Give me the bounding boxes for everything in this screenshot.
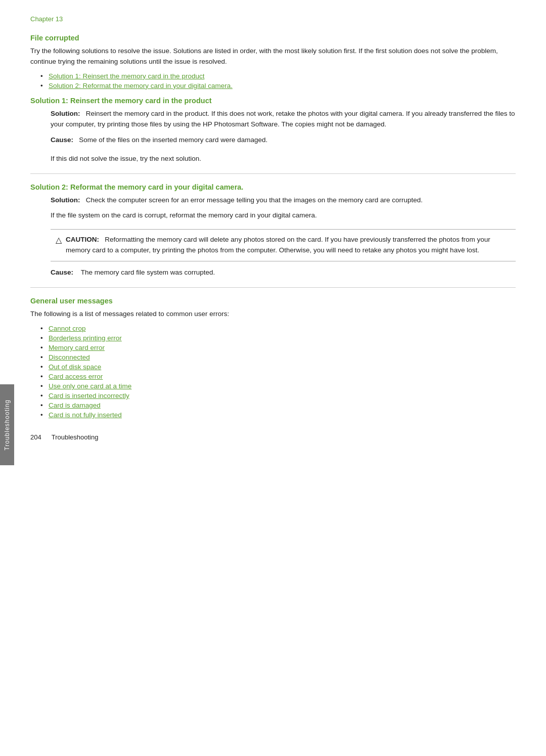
caution-text: CAUTION: Reformatting the memory card wi… (66, 235, 511, 256)
solution2-section: Solution 2: Reformat the memory card in … (30, 183, 516, 279)
solution2-text: Solution: Check the computer screen for … (51, 195, 516, 206)
caution-detail: Reformatting the memory card will delete… (66, 236, 490, 254)
list-item: Solution 1: Reinsert the memory card in … (40, 72, 516, 80)
list-item: Card access error (40, 373, 516, 380)
solution2-detail: Check the computer screen for an error m… (86, 196, 423, 204)
out-of-disk-space-link[interactable]: Out of disk space (49, 363, 101, 371)
memory-card-error-link[interactable]: Memory card error (49, 344, 105, 351)
general-user-messages-section: General user messages The following is a… (30, 297, 516, 419)
solution1-heading: Solution 1: Reinsert the memory card in … (30, 97, 516, 105)
page-footer: 204 Troubleshooting (30, 433, 516, 441)
divider1 (30, 173, 516, 174)
cannot-crop-link[interactable]: Cannot crop (49, 325, 86, 332)
footer-label: Troubleshooting (52, 433, 99, 441)
solution1-body: Solution: Reinsert the memory card in th… (51, 109, 516, 164)
solution2-cause: Cause: The memory card file system was c… (51, 268, 516, 278)
solution2-link[interactable]: Solution 2: Reformat the memory card in … (49, 82, 233, 90)
general-user-messages-list: Cannot crop Borderless printing error Me… (40, 325, 516, 419)
solution1-cause-label: Cause: (51, 136, 73, 144)
list-item: Use only one card at a time (40, 382, 516, 390)
solution1-label: Solution: (51, 110, 80, 117)
list-item: Card is damaged (40, 402, 516, 409)
list-item: Disconnected (40, 353, 516, 361)
general-user-messages-intro: The following is a list of messages rela… (30, 309, 516, 320)
solution2-heading: Solution 2: Reformat the memory card in … (30, 183, 516, 191)
card-access-error-link[interactable]: Card access error (49, 373, 103, 380)
borderless-printing-link[interactable]: Borderless printing error (49, 334, 122, 342)
list-item: Solution 2: Reformat the memory card in … (40, 82, 516, 90)
solution2-body: Solution: Check the computer screen for … (51, 195, 516, 279)
disconnected-link[interactable]: Disconnected (49, 353, 90, 361)
list-item: Borderless printing error (40, 334, 516, 342)
list-item: Card is inserted incorrectly (40, 392, 516, 399)
list-item: Memory card error (40, 344, 516, 351)
general-user-messages-heading: General user messages (30, 297, 516, 305)
use-only-one-card-link[interactable]: Use only one card at a time (49, 382, 131, 390)
solution1-link[interactable]: Solution 1: Reinsert the memory card in … (49, 72, 204, 80)
page-number: 204 (30, 433, 41, 441)
solution2-label: Solution: (51, 196, 80, 204)
solution1-text: Solution: Reinsert the memory card in th… (51, 109, 516, 130)
solution1-detail: Reinsert the memory card in the product.… (51, 110, 515, 128)
side-tab: Troubleshooting (0, 384, 14, 465)
page-wrapper: Troubleshooting Chapter 13 File corrupte… (0, 0, 546, 456)
solution2-cause-text: The memory card file system was corrupte… (81, 269, 215, 276)
solution2-if-corrupt: If the file system on the card is corrup… (51, 210, 516, 221)
card-inserted-incorrectly-link[interactable]: Card is inserted incorrectly (49, 392, 129, 399)
file-corrupted-links: Solution 1: Reinsert the memory card in … (40, 72, 516, 90)
card-not-fully-inserted-link[interactable]: Card is not fully inserted (49, 411, 122, 419)
chapter-label: Chapter 13 (30, 15, 516, 23)
caution-box: △ CAUTION: Reformatting the memory card … (51, 229, 516, 261)
solution1-cause: Cause: Some of the files on the inserted… (51, 135, 516, 146)
card-is-damaged-link[interactable]: Card is damaged (49, 402, 101, 409)
list-item: Out of disk space (40, 363, 516, 371)
caution-label: CAUTION: (66, 236, 99, 243)
side-tab-label: Troubleshooting (4, 399, 11, 451)
solution1-next: If this did not solve the issue, try the… (51, 154, 516, 164)
list-item: Card is not fully inserted (40, 411, 516, 419)
solution1-cause-text: Some of the files on the inserted memory… (79, 136, 267, 144)
solution2-cause-label: Cause: (51, 269, 73, 276)
list-item: Cannot crop (40, 325, 516, 332)
divider2 (30, 287, 516, 288)
solution1-section: Solution 1: Reinsert the memory card in … (30, 97, 516, 164)
file-corrupted-section: File corrupted Try the following solutio… (30, 34, 516, 90)
file-corrupted-intro: Try the following solutions to resolve t… (30, 46, 516, 67)
file-corrupted-heading: File corrupted (30, 34, 516, 42)
caution-triangle-icon: △ (56, 235, 62, 245)
